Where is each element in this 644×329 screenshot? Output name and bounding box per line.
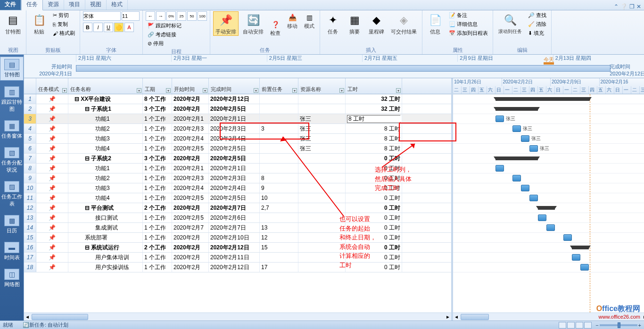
start-cell[interactable]: 2020年2月 (172, 253, 209, 262)
end-cell[interactable]: 2020年2月5日 (209, 144, 260, 153)
table-row[interactable]: 14📌集成测试1 个工作2020年2月72020年2月7日130 工时 (24, 223, 451, 233)
name-cell[interactable]: ⊟ 子系统1 (68, 104, 143, 114)
table-row[interactable]: 11📌功能41 个工作2020年2月52020年2月5日100 工时 (24, 193, 451, 203)
start-cell[interactable]: 2020年2月 (172, 94, 209, 104)
work-cell[interactable]: 0 工时 (346, 193, 402, 203)
end-cell[interactable]: 2020年2月5日 (209, 193, 260, 203)
pred-cell[interactable] (260, 144, 298, 153)
name-cell[interactable]: 功能1 (68, 164, 143, 173)
mode-cell[interactable]: 📌 (36, 183, 68, 193)
gantt-task-bar[interactable] (495, 115, 504, 122)
column-filter-icon[interactable]: ▾ (254, 88, 258, 93)
gantt-view-button[interactable]: ▤甘特图 (3, 11, 23, 36)
row-number[interactable]: 2 (24, 104, 36, 114)
add-timeline-button[interactable]: 📅添加到日程表 (447, 29, 490, 37)
row-number[interactable]: 10 (24, 183, 36, 193)
information-button[interactable]: 📄信息 (425, 11, 445, 36)
work-cell[interactable]: 8 工时 (346, 144, 402, 153)
find-button[interactable]: 🔎查找 (526, 11, 548, 19)
table-row[interactable]: 18📌用户实操训练1 个工作2020年2月2020年2月12日170 工时 (24, 263, 451, 272)
row-number[interactable]: 13 (24, 213, 36, 222)
start-cell[interactable]: 2020年2月3 (172, 173, 209, 183)
start-cell[interactable]: 2020年2月4 (172, 134, 209, 143)
mode-cell[interactable]: 📌 (36, 263, 68, 272)
column-filter-icon[interactable]: ▾ (203, 88, 207, 93)
sidebar-network[interactable]: ◫网络图 (0, 267, 24, 290)
row-number[interactable]: 1 (24, 94, 36, 104)
dur-cell[interactable]: 1 个工作 (143, 213, 172, 222)
gantt-task-bar[interactable] (495, 165, 504, 172)
dur-cell[interactable]: 1 个工作 (143, 164, 172, 173)
sidebar-task-usage[interactable]: ▧任务分配状况 (0, 145, 24, 175)
dur-cell[interactable]: 8 个工作 (143, 94, 172, 104)
outdent-button[interactable]: ← (146, 11, 155, 21)
name-cell[interactable]: 接口测试 (68, 213, 143, 222)
end-cell[interactable]: 2020年2月12日 (209, 94, 260, 104)
zoom-in-button[interactable]: + (638, 322, 641, 328)
move-button[interactable]: 📥移动 (285, 11, 300, 30)
res-cell[interactable] (298, 263, 346, 272)
column-filter-icon[interactable]: ▾ (396, 88, 401, 93)
table-row[interactable]: 3📌功能11 个工作2020年2月12020年2月1日张三▴▾ (24, 114, 451, 124)
dur-cell[interactable]: 1 个工作 (143, 114, 172, 123)
column-header[interactable]: 完成时间▾ (209, 78, 260, 94)
start-cell[interactable]: 2020年2月 (172, 263, 209, 272)
end-cell[interactable]: 2020年2月5日 (209, 154, 260, 163)
mode-cell[interactable]: 📌 (36, 164, 68, 173)
start-cell[interactable]: 2020年2月4 (172, 183, 209, 193)
font-size-select[interactable] (122, 11, 140, 21)
sidebar-timeline[interactable]: ▬时间表 (0, 240, 24, 263)
start-cell[interactable]: 2020年2月1 (172, 114, 209, 123)
res-cell[interactable] (298, 213, 346, 222)
table-row[interactable]: 16📌⊟ 系统试运行2 个工作2020年2月2020年2月12日150 工时 (24, 243, 451, 253)
font-select[interactable] (83, 11, 121, 21)
end-cell[interactable]: 2020年2月10日 (209, 233, 260, 242)
column-header[interactable]: 任务名称▾ (68, 78, 143, 94)
table-row[interactable]: 7📌⊟ 子系统23 个工作2020年2月2020年2月5日0 工时 (24, 154, 451, 164)
table-row[interactable]: 6📌功能41 个工作2020年2月52020年2月5日张三8 工时 (24, 144, 451, 154)
track-mark-button[interactable]: 🚩跟踪时标记 (146, 22, 183, 30)
auto-schedule-button[interactable]: 🔄自动安排 (240, 11, 266, 36)
res-cell[interactable]: 张三 (298, 144, 346, 153)
insert-milestone-button[interactable]: ◆里程碑 (366, 11, 387, 36)
dur-cell[interactable]: 3 个工作 (143, 104, 172, 114)
table-row[interactable]: 4📌功能21 个工作2020年2月32020年2月3日3张三8 工时 (24, 124, 451, 134)
row-number[interactable]: 7 (24, 154, 36, 163)
column-filter-icon[interactable]: ▾ (137, 88, 141, 93)
dur-cell[interactable]: 1 个工作 (143, 193, 172, 203)
mode-button[interactable]: ▥模式 (302, 11, 317, 30)
mode-cell[interactable]: 📌 (36, 104, 68, 114)
table-row[interactable]: 15📌系统部署1 个工作2020年2月2020年2月10日120 工时 (24, 233, 451, 243)
notes-button[interactable]: 📝备注 (447, 11, 490, 19)
name-cell[interactable]: 功能2 (68, 173, 143, 183)
tab-project[interactable]: 项目 (64, 0, 85, 10)
table-row[interactable]: 5📌功能31 个工作2020年2月42020年2月4日张三8 工时 (24, 134, 451, 144)
row-number[interactable]: 9 (24, 173, 36, 183)
start-cell[interactable]: 2020年2月3 (172, 124, 209, 133)
table-row[interactable]: 1📌⊟ XX平台建设8 个工作2020年2月2020年2月12日32 工时 (24, 94, 451, 104)
mode-cell[interactable]: 📌 (36, 154, 68, 163)
work-cell[interactable]: 0 工时 (346, 203, 402, 213)
dur-cell[interactable]: 1 个工作 (143, 173, 172, 183)
view-icon-1[interactable] (559, 322, 566, 329)
row-number[interactable]: 11 (24, 193, 36, 203)
end-cell[interactable]: 2020年2月5日 (209, 104, 260, 114)
grid-hscroll[interactable]: ◂▸ (24, 313, 451, 321)
status-newtask[interactable]: 新任务: 自动计划 (29, 321, 68, 329)
italic-button[interactable]: I (93, 23, 103, 32)
name-cell[interactable]: 系统部署 (68, 233, 143, 242)
mode-cell[interactable]: 📌 (36, 193, 68, 203)
res-cell[interactable] (298, 104, 346, 114)
res-cell[interactable]: 张三 (298, 124, 346, 133)
table-row[interactable]: 13📌接口测试1 个工作2020年2月52020年2月6日0 工时 (24, 213, 451, 223)
view-icon-4[interactable] (584, 322, 592, 329)
gantt-task-bar[interactable] (572, 254, 580, 261)
res-cell[interactable] (298, 164, 346, 173)
column-header[interactable]: 工时▾ (346, 78, 402, 94)
column-header[interactable]: 资源名称▾ (298, 78, 346, 94)
name-cell[interactable]: ⊟ 平台测试 (68, 203, 143, 213)
underline-button[interactable]: U (104, 23, 113, 32)
work-cell[interactable]: 8 工时 (346, 124, 402, 133)
mode-cell[interactable]: 📌 (36, 124, 68, 133)
paste-button[interactable]: 📋粘贴 (29, 11, 49, 36)
